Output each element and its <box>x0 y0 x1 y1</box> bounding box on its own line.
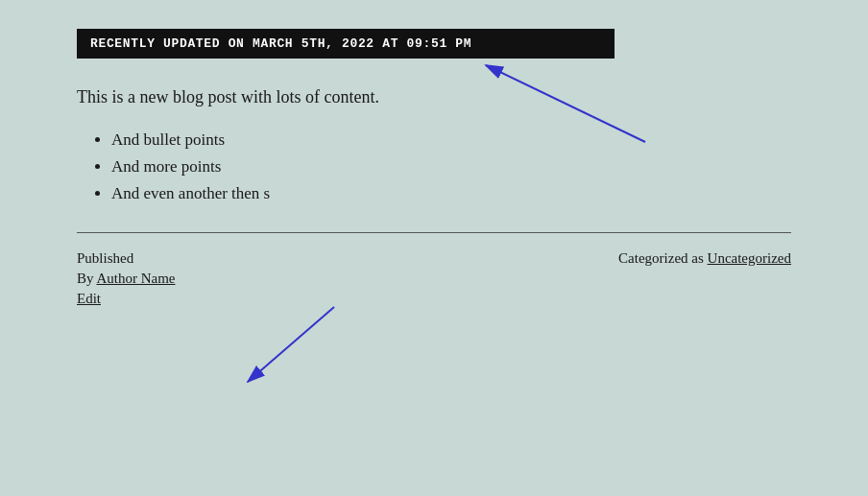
author-link[interactable]: Author Name <box>96 271 175 286</box>
list-item: And more points <box>111 157 791 177</box>
categorized-label: Categorized as <box>618 250 704 266</box>
page-container: RECENTLY UPDATED ON MARCH 5TH, 2022 AT 0… <box>0 0 868 496</box>
content-area: RECENTLY UPDATED ON MARCH 5TH, 2022 AT 0… <box>0 0 868 336</box>
divider <box>77 232 791 233</box>
meta-left: Published By Author Name Edit <box>77 250 176 307</box>
category-link[interactable]: Uncategorized <box>708 250 791 266</box>
bullet-list: And bullet points And more points And ev… <box>77 130 791 203</box>
edit-link[interactable]: Edit <box>77 291 176 307</box>
by-label: By <box>77 271 96 286</box>
list-item: And bullet points <box>111 130 791 150</box>
list-item: And even another then s <box>111 184 791 203</box>
meta-right: Categorized as Uncategorized <box>618 250 791 267</box>
published-label: Published <box>77 250 176 267</box>
post-meta: Published By Author Name Edit Categorize… <box>77 250 791 307</box>
updated-bar: RECENTLY UPDATED ON MARCH 5TH, 2022 AT 0… <box>77 29 615 59</box>
author-line: By Author Name <box>77 271 176 287</box>
intro-text: This is a new blog post with lots of con… <box>77 87 791 107</box>
